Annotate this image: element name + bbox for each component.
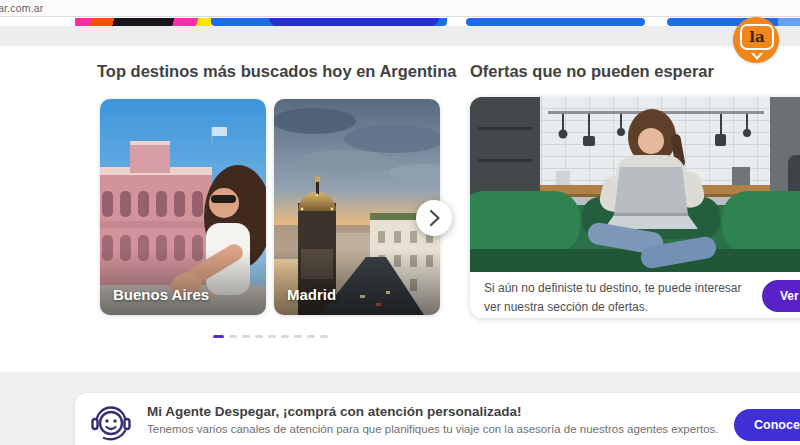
- speech-bubble-tail-fill: [753, 52, 761, 57]
- agent-subtitle: Tenemos varios canales de atención para …: [147, 423, 719, 435]
- offers-text: Si aún no definiste tu destino, te puede…: [484, 279, 742, 316]
- carousel-dot[interactable]: [213, 335, 224, 338]
- carousel-next-button[interactable]: [416, 200, 452, 236]
- offers-text-line1: Si aún no definiste tu destino, te puede…: [484, 281, 742, 295]
- address-bar-url[interactable]: ar.com.ar: [0, 2, 44, 14]
- offers-card[interactable]: Si aún no definiste tu destino, te puede…: [470, 97, 800, 318]
- banner-lightblue-segment: [778, 18, 800, 26]
- carousel-dot[interactable]: [294, 335, 302, 338]
- ver-ofertas-button[interactable]: Ver ofertas: [762, 280, 800, 312]
- carousel-pagination[interactable]: [213, 335, 328, 338]
- buenos-aires-photo: [100, 99, 266, 315]
- carousel-dot[interactable]: [320, 335, 328, 338]
- agent-title: Mi Agente Despegar, ¡comprá con atención…: [147, 404, 522, 419]
- agent-headset-icon: [88, 401, 134, 445]
- offers-photo: [470, 97, 800, 272]
- banner-blue-segment: [211, 18, 447, 26]
- browser-chrome: ar.com.ar: [0, 0, 800, 17]
- carousel-dot[interactable]: [268, 335, 276, 338]
- destination-card-label: Buenos Aires: [113, 286, 209, 303]
- carousel-dot[interactable]: [307, 335, 315, 338]
- destination-card-label: Madrid: [287, 286, 336, 303]
- offers-text-line2: ver nuestra sección de ofertas.: [484, 300, 648, 314]
- carousel-dot[interactable]: [281, 335, 289, 338]
- offers-section-title: Ofertas que no pueden esperar: [470, 62, 714, 81]
- agent-banner-card[interactable]: Mi Agente Despegar, ¡comprá con atención…: [75, 393, 800, 445]
- offers-photo-container: [470, 97, 800, 272]
- destinations-section-title: Top destinos más buscados hoy en Argenti…: [97, 62, 456, 81]
- carousel-dot[interactable]: [229, 335, 237, 338]
- speech-bubble-icon: la: [740, 24, 774, 50]
- conocer-canales-button[interactable]: Conocer canales: [734, 409, 800, 441]
- offers-footer: Si aún no definiste tu destino, te puede…: [470, 272, 800, 318]
- banner-blue-segment: [466, 18, 645, 26]
- banner-color-segment: [75, 18, 211, 26]
- chevron-right-icon: [416, 200, 452, 236]
- banner-darkblue-segment: [269, 18, 439, 26]
- carousel-dot[interactable]: [255, 335, 263, 338]
- carousel-dot[interactable]: [242, 335, 250, 338]
- la-badge[interactable]: la: [733, 17, 779, 63]
- page-gray-band: [0, 26, 800, 46]
- destination-card-buenos-aires[interactable]: Buenos Aires: [100, 99, 266, 315]
